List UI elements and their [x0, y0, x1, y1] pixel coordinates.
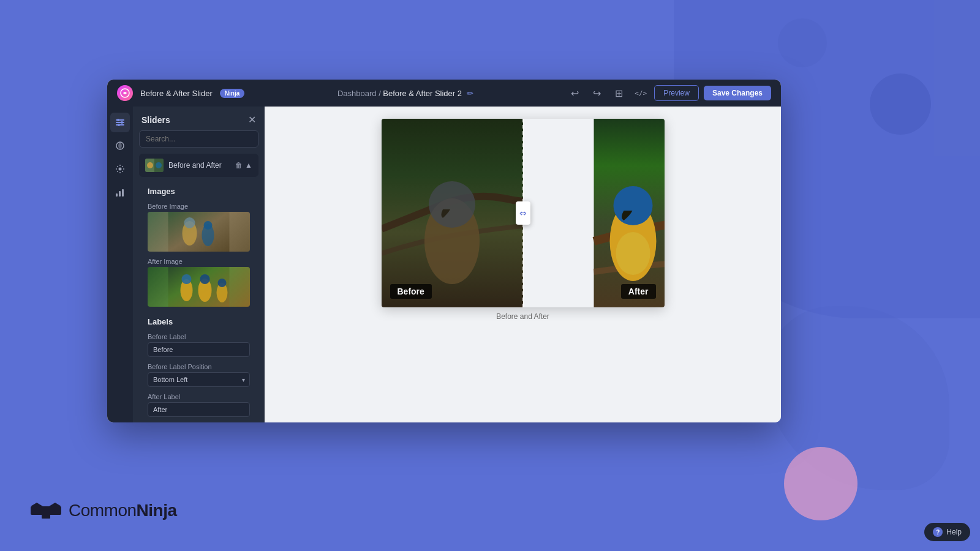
- sliders-search-input[interactable]: [139, 130, 258, 148]
- before-label-overlay: Before: [390, 284, 432, 299]
- labels-section-title: Labels: [139, 310, 258, 330]
- images-section-title: Images: [139, 179, 258, 200]
- svg-point-8: [119, 168, 122, 171]
- sidebar-nav: [107, 107, 133, 422]
- redo-button[interactable]: ↪: [588, 84, 605, 102]
- after-label-field-label: After Label: [148, 393, 250, 400]
- svg-rect-10: [119, 191, 121, 197]
- after-label-row: After Label: [139, 390, 258, 420]
- app-name: Before & After Slider: [140, 89, 213, 98]
- before-label-row: Before Label: [139, 330, 258, 360]
- help-icon: ?: [933, 527, 943, 537]
- undo-button[interactable]: ↩: [566, 84, 583, 102]
- after-image-preview: [523, 119, 665, 307]
- before-label-position-wrapper: Bottom Left Bottom Right Top Left Top Ri…: [148, 372, 250, 387]
- svg-rect-16: [168, 212, 230, 252]
- preview-area: ⇔ Before After Before and After: [265, 107, 781, 422]
- before-label-position-select[interactable]: Bottom Left Bottom Right Top Left Top Ri…: [148, 372, 250, 387]
- svg-point-27: [218, 279, 227, 287]
- sliders-header: Sliders ✕: [133, 107, 265, 130]
- before-label-field-label: Before Label: [148, 333, 250, 340]
- help-label: Help: [946, 528, 962, 536]
- before-label-input[interactable]: [148, 342, 250, 357]
- sliders-panel: Sliders ✕ Before and After 🗑 ▲: [133, 107, 265, 422]
- slider-handle[interactable]: ⇔: [516, 201, 530, 225]
- handle-arrows-icon: ⇔: [519, 208, 527, 218]
- logo-icon: [31, 501, 61, 520]
- before-image-preview: [382, 119, 523, 307]
- svg-rect-39: [31, 506, 61, 515]
- before-label-position-row: Before Label Position Bottom Left Bottom…: [139, 360, 258, 390]
- after-label-position-row: After Label Position Bottom Left Bottom …: [139, 420, 258, 422]
- title-bar-actions: ↩ ↪ ⊞ </> Preview Save Changes: [566, 84, 771, 102]
- help-button[interactable]: ? Help: [924, 523, 970, 541]
- title-bar: Before & After Slider Ninja Dashboard / …: [107, 80, 781, 107]
- before-label-position-field-label: Before Label Position: [148, 363, 250, 370]
- common-ninja-logo: CommonNinja: [31, 501, 177, 520]
- svg-marker-41: [49, 503, 61, 506]
- sliders-title: Sliders: [141, 115, 170, 125]
- before-image-thumbnail[interactable]: [148, 212, 250, 252]
- svg-marker-40: [31, 503, 43, 506]
- svg-point-35: [616, 232, 650, 275]
- after-image-row: After Image: [139, 255, 258, 310]
- before-image-row: Before Image: [139, 200, 258, 255]
- slider-item-name: Before and After: [168, 161, 230, 170]
- svg-rect-31: [382, 119, 523, 307]
- delete-icon[interactable]: 🗑: [235, 161, 243, 170]
- breadcrumb: Dashboard / Before & After Slider 2 ✏: [252, 89, 559, 98]
- svg-rect-9: [116, 193, 118, 197]
- nav-sliders-icon[interactable]: [110, 113, 130, 132]
- slider-item-actions: 🗑 ▲: [235, 161, 252, 170]
- svg-point-15: [156, 162, 162, 168]
- grid-button[interactable]: ⊞: [610, 84, 627, 102]
- ninja-badge: Ninja: [220, 89, 244, 98]
- app-logo: [117, 85, 133, 101]
- save-button[interactable]: Save Changes: [704, 86, 771, 100]
- after-image-thumbnail[interactable]: [148, 267, 250, 307]
- app-window: Before & After Slider Ninja Dashboard / …: [107, 80, 781, 422]
- sliders-close-button[interactable]: ✕: [248, 114, 256, 126]
- preview-caption: Before and After: [496, 312, 549, 321]
- slider-settings-container: Images Before Image: [133, 179, 265, 422]
- svg-point-34: [613, 186, 652, 225]
- after-image-label: After Image: [148, 258, 250, 265]
- preview-button[interactable]: Preview: [654, 85, 699, 101]
- slider-thumbnail: [145, 159, 164, 172]
- svg-point-4: [117, 119, 119, 121]
- svg-point-14: [147, 162, 153, 168]
- main-layout: Sliders ✕ Before and After 🗑 ▲: [107, 107, 781, 422]
- logo-text: CommonNinja: [69, 501, 177, 520]
- preview-canvas[interactable]: ⇔ Before After: [382, 119, 665, 307]
- after-label-overlay: After: [621, 284, 656, 299]
- nav-analytics-icon[interactable]: [110, 182, 130, 202]
- after-label-input[interactable]: [148, 402, 250, 417]
- svg-point-25: [200, 274, 210, 284]
- breadcrumb-current: Before & After Slider 2 ✏: [383, 89, 473, 98]
- breadcrumb-dashboard[interactable]: Dashboard: [337, 89, 377, 98]
- svg-point-23: [182, 274, 192, 284]
- svg-point-20: [204, 221, 213, 230]
- svg-point-5: [121, 121, 123, 124]
- before-image-label: Before Image: [148, 203, 250, 210]
- edit-icon[interactable]: ✏: [467, 89, 473, 98]
- svg-point-18: [184, 217, 195, 228]
- expand-icon[interactable]: ▲: [245, 161, 252, 170]
- slider-list-item[interactable]: Before and After 🗑 ▲: [139, 154, 258, 177]
- nav-settings-icon[interactable]: [110, 159, 130, 179]
- svg-point-6: [118, 124, 120, 126]
- code-button[interactable]: </>: [632, 84, 649, 102]
- svg-rect-42: [42, 514, 50, 519]
- svg-rect-11: [122, 189, 124, 197]
- nav-design-icon[interactable]: [110, 136, 130, 156]
